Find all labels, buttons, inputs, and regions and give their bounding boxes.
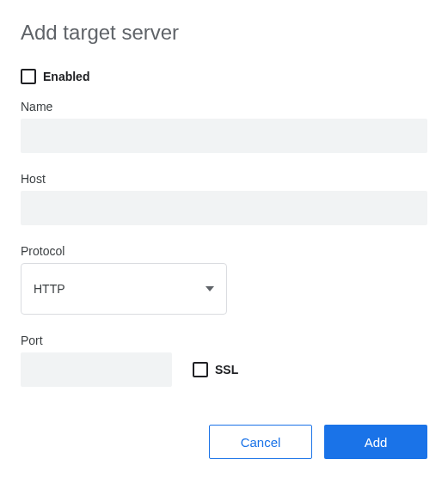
port-input[interactable] [21, 352, 172, 387]
port-label: Port [21, 334, 427, 347]
button-row: Cancel Add [21, 425, 427, 459]
name-label: Name [21, 100, 427, 113]
ssl-label: SSL [215, 363, 238, 377]
host-label: Host [21, 172, 427, 186]
name-input[interactable] [21, 119, 427, 153]
protocol-label: Protocol [21, 244, 427, 258]
add-button[interactable]: Add [324, 425, 427, 459]
dialog-title: Add target server [21, 21, 427, 45]
protocol-value: HTTP [34, 282, 65, 296]
enabled-label: Enabled [43, 70, 89, 83]
ssl-checkbox[interactable] [193, 362, 208, 377]
ssl-checkbox-row[interactable]: SSL [193, 362, 238, 377]
name-field-group: Name [21, 100, 427, 153]
host-field-group: Host [21, 172, 427, 225]
enabled-checkbox[interactable] [21, 69, 36, 84]
port-field-group: Port SSL [21, 334, 427, 387]
cancel-button[interactable]: Cancel [209, 425, 312, 459]
protocol-select[interactable]: HTTP [21, 263, 227, 315]
protocol-field-group: Protocol HTTP [21, 244, 427, 315]
chevron-down-icon [206, 286, 214, 291]
host-input[interactable] [21, 191, 427, 225]
enabled-checkbox-row[interactable]: Enabled [21, 69, 427, 84]
